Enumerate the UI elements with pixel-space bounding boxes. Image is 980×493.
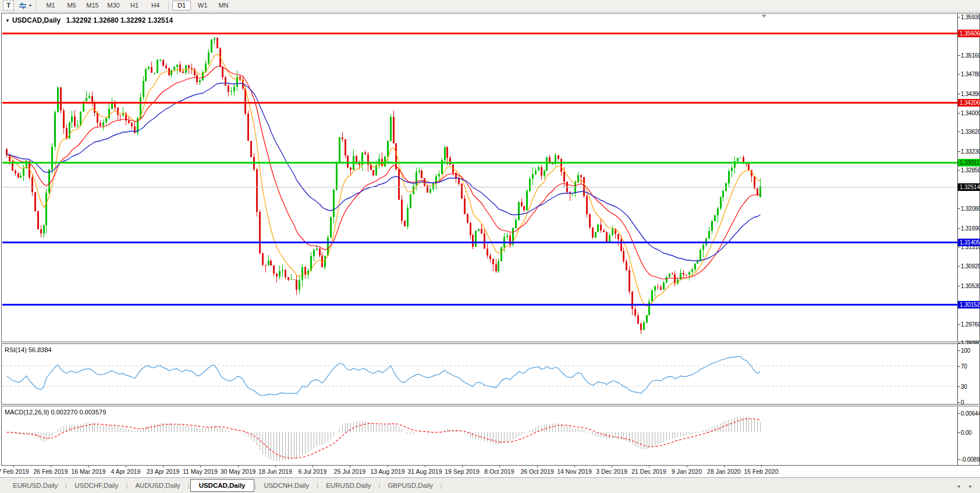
- price-axis-tick: 1.32080: [961, 205, 980, 212]
- macd-axis-tick: 0.006448: [961, 410, 980, 417]
- tab-scroll-right-icon[interactable]: ▸: [969, 483, 972, 489]
- price-axis-tick: 1.32850: [961, 167, 980, 173]
- macd-axis-tickmark: [958, 413, 960, 414]
- tab-scroll-arrows: ◂ ▸: [949, 483, 972, 489]
- price-level-badge: 1.33011: [958, 159, 980, 166]
- date-label: 31 Aug 2019: [408, 468, 442, 475]
- timeframe-button-m1[interactable]: M1: [41, 1, 60, 10]
- chart-tab-gbpusd-6[interactable]: GBPUSD,Daily: [381, 480, 439, 491]
- price-axis-tick: 1.33620: [961, 129, 980, 135]
- chart-tab-usdcnh-4[interactable]: USDCNH,Daily: [257, 480, 316, 491]
- date-label: 13 Aug 2019: [371, 468, 405, 475]
- chart-tab-eurusd-0[interactable]: EURUSD,Daily: [6, 480, 65, 491]
- rsi-axis-separator: [957, 344, 958, 404]
- symbol-swap-icon[interactable]: [17, 1, 28, 10]
- price-level-badge: 1.31405: [958, 239, 980, 246]
- chart-shift-marker-icon[interactable]: [762, 15, 766, 18]
- date-label: 11 May 2019: [183, 468, 218, 475]
- timeframe-button-m15[interactable]: M15: [83, 1, 102, 10]
- rsi-axis-tick: 0: [961, 399, 964, 406]
- date-axis-tickmark: [724, 466, 725, 467]
- price-axis-tickmark: [958, 132, 960, 132]
- price-axis-tickmark: [958, 55, 960, 56]
- price-axis-tick: 1.34000: [961, 110, 980, 116]
- text-tool-button[interactable]: T: [3, 1, 14, 10]
- date-axis-tickmark: [163, 466, 164, 467]
- level-line[interactable]: [2, 102, 957, 104]
- rsi-axis-tickmark: [958, 350, 960, 351]
- date-axis-tickmark: [238, 466, 239, 467]
- price-axis-tickmark: [958, 286, 960, 286]
- date-axis-tickmark: [388, 466, 388, 467]
- price-level-badge: 1.34206: [958, 99, 980, 107]
- level-line[interactable]: [2, 162, 957, 164]
- date-axis-tickmark: [687, 466, 687, 467]
- chart-tab-bar: EURUSD,Daily|USDCHF,Daily|AUDUSD,Daily|U…: [0, 477, 980, 493]
- price-axis-tickmark: [958, 151, 960, 152]
- price-axis-tickmark: [958, 228, 960, 229]
- macd-label: MACD(12,26,9) 0.002270 0.003579: [5, 409, 106, 416]
- date-label: 16 Mar 2019: [72, 468, 106, 475]
- date-label: 30 May 2019: [221, 468, 256, 475]
- timeframe-button-m5[interactable]: M5: [62, 1, 81, 10]
- current-price-badge: 1.32514: [958, 183, 980, 191]
- date-axis: 7 Feb 201926 Feb 201916 Mar 20194 Apr 20…: [0, 466, 980, 477]
- price-axis-tick: 1.31690: [961, 225, 980, 232]
- price-level-badge: 1.35606: [958, 30, 980, 37]
- rsi-canvas[interactable]: [2, 344, 957, 404]
- price-axis-tick: 1.35160: [961, 52, 980, 59]
- chart-title: ▼USDCAD,Daily 1.32292 1.32680 1.32292 1.…: [5, 16, 173, 24]
- chart-tab-eurusd-5[interactable]: EURUSD,Daily: [319, 480, 378, 491]
- date-label: 14 Nov 2019: [557, 468, 592, 475]
- date-axis-tickmark: [499, 466, 500, 467]
- toolbar-separator: [168, 1, 169, 10]
- level-line[interactable]: [2, 242, 957, 243]
- date-axis-tickmark: [126, 466, 126, 467]
- price-axis-tickmark: [958, 208, 960, 209]
- rsi-axis-tickmark: [958, 386, 960, 387]
- chart-ohlc-values: 1.32292 1.32680 1.32292 1.32514: [66, 16, 173, 24]
- tab-scroll-left-icon[interactable]: ◂: [957, 483, 960, 489]
- price-axis-tick: 1.35930: [961, 14, 980, 20]
- timeframe-button-h4[interactable]: H4: [146, 1, 165, 10]
- price-axis-tick: 1.34780: [961, 71, 980, 77]
- timeframe-button-mn[interactable]: MN: [214, 1, 233, 10]
- chart-tab-usdcad-3[interactable]: USDCAD,Daily: [190, 479, 254, 492]
- timeframe-button-h1[interactable]: H1: [125, 1, 144, 10]
- macd-axis-separator: [957, 406, 958, 465]
- rsi-axis-tick: 30: [961, 384, 967, 390]
- price-axis-tick: 1.30530: [961, 283, 980, 289]
- symbol-dropdown-icon[interactable]: ▼: [5, 18, 10, 23]
- date-label: 9 Jan 2020: [672, 468, 702, 475]
- price-axis-tickmark: [958, 266, 960, 267]
- dropdown-caret-icon[interactable]: ▾: [29, 3, 31, 8]
- price-axis-tick: 1.29760: [961, 321, 980, 328]
- date-label: 18 Jun 2019: [258, 468, 292, 475]
- timeframe-button-d1[interactable]: D1: [172, 1, 191, 10]
- date-axis-tickmark: [574, 466, 575, 467]
- chart-tab-usdchf-1[interactable]: USDCHF,Daily: [68, 480, 125, 491]
- macd-axis-tickmark: [958, 459, 960, 460]
- macd-axis-tick: -0.008982: [961, 456, 980, 463]
- rsi-axis-tick: 100: [961, 347, 970, 354]
- date-axis-tickmark: [462, 466, 463, 467]
- level-line[interactable]: [2, 33, 957, 34]
- current-price-line: [2, 187, 957, 187]
- date-axis-tickmark: [275, 466, 276, 467]
- price-chart-canvas[interactable]: [2, 13, 957, 342]
- timeframe-button-w1[interactable]: W1: [193, 1, 212, 10]
- macd-canvas[interactable]: [2, 406, 957, 465]
- date-axis-tickmark: [200, 466, 201, 467]
- date-label: 26 Oct 2019: [520, 468, 553, 475]
- date-label: 7 Feb 2019: [0, 468, 29, 475]
- date-axis-tickmark: [537, 466, 538, 467]
- timeframe-button-m30[interactable]: M30: [104, 1, 123, 10]
- date-axis-tickmark: [51, 466, 51, 467]
- price-axis-separator: [957, 13, 958, 342]
- price-axis-tick: 1.30920: [961, 263, 980, 269]
- date-axis-tickmark: [425, 466, 425, 467]
- price-axis-tickmark: [958, 74, 960, 75]
- chart-tab-audusd-2[interactable]: AUDUSD,Daily: [128, 480, 187, 491]
- rsi-axis-tickmark: [958, 402, 960, 403]
- level-line[interactable]: [2, 304, 957, 306]
